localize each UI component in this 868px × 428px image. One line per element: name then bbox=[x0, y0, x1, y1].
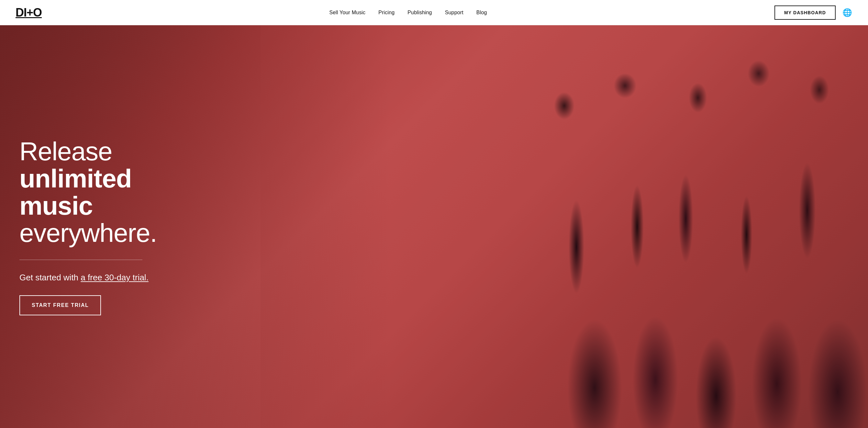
logo-text: DI+O bbox=[16, 6, 42, 19]
nav-item-blog: Blog bbox=[476, 10, 487, 16]
hero-divider bbox=[20, 259, 143, 260]
hero-subtitle: Get started with a free 30-day trial. bbox=[20, 272, 157, 283]
nav-item-publishing: Publishing bbox=[407, 10, 432, 16]
nav-item-sell-your-music: Sell Your Music bbox=[329, 10, 365, 16]
nav-item-pricing: Pricing bbox=[378, 10, 395, 16]
nav-right: MY DASHBOARD 🌐 bbox=[774, 5, 852, 20]
hero-title-line2: unlimited bbox=[20, 164, 132, 193]
hero-title-line3: music bbox=[20, 191, 93, 220]
hero-content: Release unlimited music everywhere. Get … bbox=[0, 119, 176, 334]
hero-title: Release unlimited music everywhere. bbox=[20, 138, 157, 247]
navbar: DI+O Sell Your Music Pricing Publishing … bbox=[0, 0, 868, 25]
free-trial-link[interactable]: a free 30-day trial. bbox=[81, 273, 149, 282]
pricing-link[interactable]: Pricing bbox=[378, 10, 395, 15]
start-free-trial-button[interactable]: START FREE TRIAL bbox=[20, 295, 101, 315]
support-link[interactable]: Support bbox=[445, 10, 463, 15]
publishing-link[interactable]: Publishing bbox=[407, 10, 432, 15]
dashboard-button[interactable]: MY DASHBOARD bbox=[774, 5, 836, 20]
globe-icon[interactable]: 🌐 bbox=[842, 7, 852, 18]
blog-link[interactable]: Blog bbox=[476, 10, 487, 15]
hero-title-line4: everywhere. bbox=[20, 218, 157, 247]
nav-links: Sell Your Music Pricing Publishing Suppo… bbox=[329, 10, 487, 16]
logo[interactable]: DI+O bbox=[16, 6, 42, 20]
nav-item-support: Support bbox=[445, 10, 463, 16]
sell-your-music-link[interactable]: Sell Your Music bbox=[329, 10, 365, 15]
hero-section: Release unlimited music everywhere. Get … bbox=[0, 25, 868, 428]
hero-title-line1: Release bbox=[20, 137, 112, 166]
hero-subtitle-text: Get started with bbox=[20, 273, 81, 282]
